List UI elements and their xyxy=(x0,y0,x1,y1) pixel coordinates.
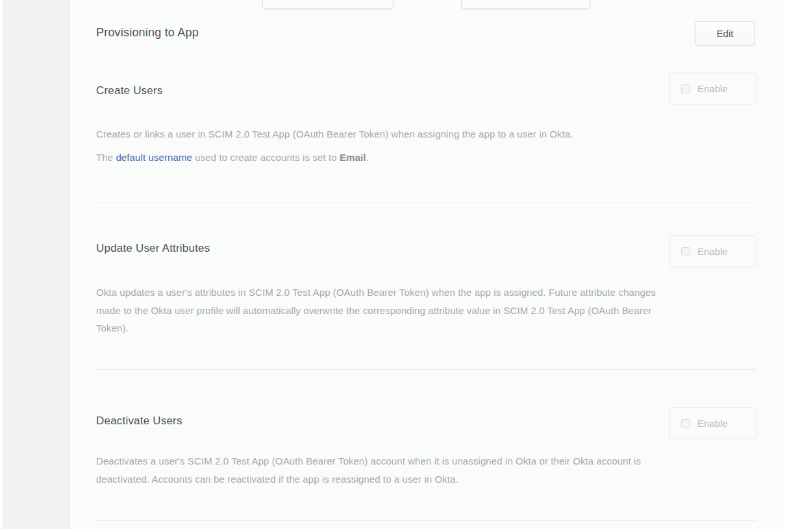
enable-toggle-create-users[interactable]: Enable xyxy=(669,73,756,104)
note-email-value: Email xyxy=(340,152,366,163)
enable-toggle-update-user-attributes[interactable]: Enable xyxy=(669,236,756,267)
enable-checkbox[interactable] xyxy=(681,419,690,428)
enable-toggle-deactivate-users[interactable]: Enable xyxy=(669,407,756,439)
create-users-username-note: The default username used to create acco… xyxy=(96,151,369,164)
section-title-create-users: Create Users xyxy=(96,84,163,97)
edit-button[interactable]: Edit xyxy=(695,21,755,45)
note-suffix: . xyxy=(366,152,368,163)
left-sidebar xyxy=(3,0,69,529)
section-divider xyxy=(96,202,756,202)
cropped-field-right[interactable] xyxy=(461,0,590,9)
page-title: Provisioning to App xyxy=(96,26,199,40)
enable-checkbox[interactable] xyxy=(681,247,690,256)
deactivate-users-description: Deactivates a user's SCIM 2.0 Test App (… xyxy=(96,452,641,489)
enable-toggle-label: Enable xyxy=(697,246,728,257)
update-user-attributes-description: Okta updates a user's attributes in SCIM… xyxy=(96,284,656,337)
section-divider xyxy=(96,369,756,370)
default-username-link[interactable]: default username xyxy=(116,152,192,163)
section-divider xyxy=(96,520,756,521)
app-frame: Provisioning to App Edit Create Users En… xyxy=(0,0,787,532)
note-middle: used to create accounts is set to xyxy=(192,152,340,163)
cropped-field-left[interactable] xyxy=(262,0,393,9)
enable-checkbox[interactable] xyxy=(681,84,690,93)
enable-toggle-label: Enable xyxy=(697,83,728,94)
section-title-deactivate-users: Deactivate Users xyxy=(96,415,182,428)
note-prefix: The xyxy=(96,152,116,163)
section-title-update-user-attributes: Update User Attributes xyxy=(96,242,210,255)
create-users-description: Creates or links a user in SCIM 2.0 Test… xyxy=(96,127,573,141)
enable-toggle-label: Enable xyxy=(697,418,728,429)
